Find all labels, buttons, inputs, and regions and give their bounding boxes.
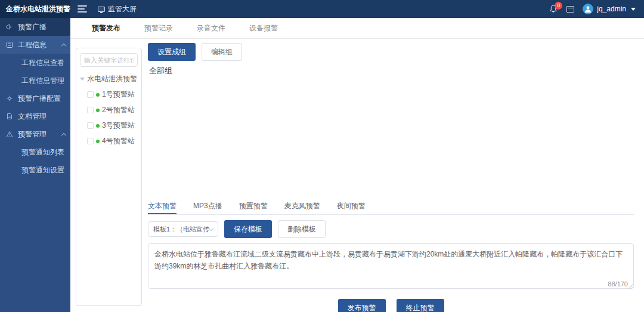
checkbox[interactable]	[87, 122, 94, 129]
template-select[interactable]: 模板1：（电站宣传）	[148, 221, 218, 237]
checkbox[interactable]	[87, 91, 94, 98]
tree-root-label: 水电站泄洪预警广播系...	[87, 74, 138, 84]
station-label: 4号预警站（大坝	[102, 136, 138, 146]
station-tree-panel: 水电站泄洪预警广播系... 1号预警站（观景 2号预警站（校门 3号预警站（尾水…	[76, 48, 142, 306]
sidebar-item-warning-notify-list[interactable]: 预警通知列表	[0, 143, 70, 161]
chevron-up-icon	[61, 132, 66, 137]
tree-node-station-2[interactable]: 2号预警站（校门	[80, 105, 138, 115]
sidebar-item-warning-notify-settings[interactable]: 预警通知设置	[0, 161, 70, 179]
sidebar-item-warning-manage[interactable]: 预警管理	[0, 125, 70, 143]
template-selected-value: 模板1：（电站宣传）	[153, 225, 209, 234]
delete-template-button[interactable]: 删除模板	[278, 220, 326, 238]
tab-device-alarms[interactable]: 设备报警	[237, 18, 290, 39]
monitor-icon	[98, 7, 105, 12]
action-buttons: 发布预警 终止预警	[148, 299, 634, 312]
notification-bell[interactable]: 0	[549, 4, 558, 14]
checkbox[interactable]	[87, 138, 94, 144]
tab-mp3-play[interactable]: MP3点播	[193, 199, 222, 214]
monitor-screen-label: 监管大屏	[108, 4, 137, 14]
template-toolbar: 模板1：（电站宣传） 保存模板 删除模板	[148, 220, 634, 238]
tab-text-warning[interactable]: 文本预警	[148, 199, 177, 214]
stop-warning-button[interactable]: 终止预警	[397, 299, 444, 312]
app-title: 金桥水电站泄洪预警...	[0, 0, 70, 18]
sidebar-item-label: 预警管理	[18, 129, 47, 140]
group-toolbar: 设置成组 编辑组	[148, 43, 242, 61]
sidebar-item-broadcast-config[interactable]: 预警广播配置	[0, 89, 70, 107]
tree-expand-icon[interactable]	[80, 78, 85, 81]
sidebar-item-project-info-manage[interactable]: 工程信息管理	[0, 72, 70, 89]
document-icon	[6, 113, 13, 120]
avatar	[583, 4, 593, 14]
main-tab-bar: 预警发布 预警记录 录音文件 设备报警	[70, 18, 644, 39]
resize-handle[interactable]	[628, 285, 633, 289]
status-dot	[96, 93, 100, 97]
tab-preset-warning[interactable]: 预置预警	[239, 199, 268, 214]
sidebar-item-project-info-view[interactable]: 工程信息查看	[0, 54, 70, 72]
composer-section: 文本预警 MP3点播 预置预警 麦克风预警 夜间预警 模板1：（电站宣传） 保存…	[148, 199, 634, 312]
station-label: 1号预警站（观景	[102, 89, 138, 100]
tree-node-station-1[interactable]: 1号预警站（观景	[80, 89, 138, 100]
save-template-button[interactable]: 保存模板	[224, 220, 272, 238]
main-content: 预警发布 预警记录 录音文件 设备报警 水电站泄洪预警广播系... 1号预警站（…	[70, 18, 644, 312]
all-group-label: 全部组	[149, 66, 172, 76]
sidebar-item-label: 预警广播配置	[18, 94, 61, 104]
sidebar-item-label: 预警广播	[18, 22, 47, 32]
broadcast-icon	[6, 23, 13, 30]
status-dot	[96, 124, 100, 128]
project-icon	[6, 41, 13, 48]
edit-group-button[interactable]: 编辑组	[202, 43, 242, 61]
tab-recording-files[interactable]: 录音文件	[185, 18, 237, 39]
sidebar-item-label: 工程信息	[18, 40, 47, 50]
tree-node-station-3[interactable]: 3号预警站（尾水	[80, 121, 138, 131]
sidebar: 预警广播 工程信息 工程信息查看 工程信息管理 预警广播配置 文档管理 预警管理…	[0, 18, 70, 312]
publish-warning-button[interactable]: 发布预警	[338, 299, 386, 312]
sidebar-item-document-manage[interactable]: 文档管理	[0, 107, 70, 125]
station-label: 2号预警站（校门	[102, 105, 138, 115]
tree-filter-input[interactable]	[80, 53, 138, 67]
checkbox[interactable]	[87, 107, 94, 113]
set-group-button[interactable]: 设置成组	[148, 43, 196, 61]
caret-down-icon	[631, 8, 636, 11]
sidebar-item-project-info[interactable]: 工程信息	[0, 36, 70, 54]
username: jq_admin	[597, 5, 626, 13]
tree-node-station-4[interactable]: 4号预警站（大坝	[80, 136, 138, 146]
sidebar-item-label: 文档管理	[18, 112, 47, 122]
panel-icon[interactable]	[566, 6, 574, 13]
status-dot	[96, 140, 100, 143]
sidebar-item-warning-broadcast[interactable]: 预警广播	[0, 18, 70, 36]
tree-root-node[interactable]: 水电站泄洪预警广播系...	[80, 74, 138, 84]
chevron-up-icon	[61, 43, 66, 48]
tab-warning-records[interactable]: 预警记录	[132, 18, 185, 39]
warning-icon	[6, 131, 13, 138]
config-icon	[6, 95, 13, 102]
hamburger-icon[interactable]	[78, 5, 87, 13]
station-label: 3号预警站（尾水	[102, 121, 138, 131]
tab-warning-publish[interactable]: 预警发布	[80, 18, 132, 39]
tab-microphone-warning[interactable]: 麦克风预警	[284, 199, 320, 214]
warning-text-input[interactable]: 金桥水电站位于雅鲁藏布江流域二级支流易贡藏布中上游段，易贡藏布于易贡湖下游约20…	[148, 243, 634, 289]
char-counter: 88/170	[608, 280, 628, 288]
topbar: 金桥水电站泄洪预警... 监管大屏 0 jq_admin	[0, 0, 644, 18]
tab-night-warning[interactable]: 夜间预警	[337, 199, 366, 214]
composer-tab-bar: 文本预警 MP3点播 预置预警 麦克风预警 夜间预警	[148, 199, 634, 215]
user-menu[interactable]: jq_admin	[583, 4, 636, 14]
monitor-screen-button[interactable]: 监管大屏	[98, 4, 137, 14]
notification-badge: 0	[555, 2, 562, 10]
chevron-down-icon	[209, 225, 213, 230]
status-dot	[96, 109, 100, 112]
